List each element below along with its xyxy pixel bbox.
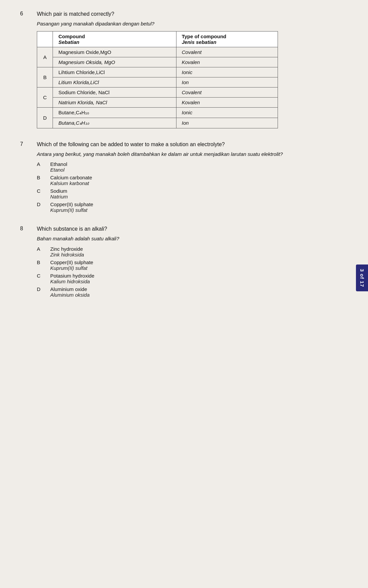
- question-number-6: 6: [20, 10, 30, 17]
- table-row-letter-C: C: [37, 87, 53, 107]
- question-6: 6Which pair is matched correctly?Pasanga…: [20, 10, 348, 128]
- answer-texts-7-B: Calcium carbonateKalsium karbonat: [50, 175, 92, 186]
- table-compound-ms-B: Litium Klorida,LiCl: [53, 77, 176, 87]
- answer-en-7-C: Sodium: [50, 188, 68, 194]
- table-header-blank: [37, 31, 53, 47]
- answer-en-7-A: Ethanol: [50, 161, 67, 167]
- answer-texts-8-B: Copper(II) sulphateKuprum(II) sulfat: [50, 259, 93, 271]
- answer-en-8-B: Copper(II) sulphate: [50, 259, 93, 265]
- answer-option-8-A: AZinc hydroxideZink hidroksida: [37, 246, 348, 257]
- question-7-text-en: Which of the following can be added to w…: [37, 140, 225, 149]
- answer-texts-7-A: EthanolEtanol: [50, 161, 67, 173]
- answer-ms-7-A: Etanol: [50, 167, 67, 173]
- table-header-type: Type of compoundJenis sebatian: [176, 31, 278, 47]
- table-compound-en-A: Magnesium Oxide,MgO: [53, 47, 176, 57]
- table-type-ms-B: Ion: [176, 77, 278, 87]
- answer-option-8-C: CPotasium hydroxideKalium hidroksida: [37, 273, 348, 284]
- answer-ms-8-C: Kalium hidroksida: [50, 279, 94, 284]
- question-number-8: 8: [20, 225, 30, 232]
- answer-letter-7-A: A: [37, 161, 45, 167]
- answer-letter-8-B: B: [37, 259, 45, 265]
- answer-letter-8-D: D: [37, 286, 45, 292]
- table-type-en-C: Covalent: [176, 87, 278, 97]
- table-type-en-B: Ionic: [176, 67, 278, 77]
- answer-letter-7-D: D: [37, 201, 45, 207]
- answer-texts-8-D: Aluminium oxideAluminium oksida: [50, 286, 90, 298]
- answer-ms-8-D: Aluminium oksida: [50, 292, 90, 298]
- question-number-7: 7: [20, 140, 30, 147]
- table-compound-ms-C: Natrium Klorida, NaCl: [53, 97, 176, 107]
- answer-en-8-C: Potasium hydroxide: [50, 273, 94, 279]
- table-type-en-A: Covalent: [176, 47, 278, 57]
- question-6-text-en: Which pair is matched correctly?: [37, 10, 114, 18]
- question-6-row: 6Which pair is matched correctly?: [20, 10, 348, 18]
- answer-ms-8-B: Kuprum(II) sulfat: [50, 265, 93, 271]
- table-type-ms-C: Kovalen: [176, 97, 278, 107]
- answer-texts-8-A: Zinc hydroxideZink hidroksida: [50, 246, 84, 257]
- page-badge-text: 3 of 17: [359, 269, 365, 287]
- answer-letter-8-A: A: [37, 246, 45, 252]
- answer-ms-7-C: Natrium: [50, 194, 68, 199]
- question-6-text-ms: Pasangan yang manakah dipadankan dengan …: [37, 20, 348, 28]
- answer-letter-7-B: B: [37, 175, 45, 180]
- question-8-row: 8Which substance is an alkali?: [20, 225, 348, 233]
- answer-letter-8-C: C: [37, 273, 45, 279]
- answer-option-8-B: BCopper(II) sulphateKuprum(II) sulfat: [37, 259, 348, 271]
- answer-en-7-B: Calcium carbonate: [50, 175, 92, 180]
- answer-letter-7-C: C: [37, 188, 45, 194]
- table-row-letter-A: A: [37, 47, 53, 67]
- table-type-en-D: Ionic: [176, 107, 278, 118]
- question-6-table-wrapper: CompoundSebatianType of compoundJenis se…: [37, 31, 348, 128]
- compound-table-6: CompoundSebatianType of compoundJenis se…: [37, 31, 278, 128]
- answer-texts-7-D: Copper(II) sulphateKuprum(II) sulfat: [50, 201, 93, 213]
- answer-en-7-D: Copper(II) sulphate: [50, 201, 93, 207]
- page-badge: 3 of 17: [356, 264, 368, 291]
- question-7-options: AEthanolEtanolBCalcium carbonateKalsium …: [37, 161, 348, 213]
- table-type-ms-A: Kovalen: [176, 57, 278, 67]
- question-8-text-ms: Bahan manakah adalah suatu alkali?: [37, 235, 348, 243]
- question-7: 7Which of the following can be added to …: [20, 140, 348, 213]
- table-type-ms-D: Ion: [176, 118, 278, 128]
- table-compound-ms-A: Magnesium Oksida, MgO: [53, 57, 176, 67]
- answer-texts-7-C: SodiumNatrium: [50, 188, 68, 199]
- answer-option-7-C: CSodiumNatrium: [37, 188, 348, 199]
- table-row-letter-B: B: [37, 67, 53, 87]
- question-8-text-en: Which substance is an alkali?: [37, 225, 107, 233]
- table-compound-ms-D: Butana,C₄H₁₀: [53, 118, 176, 128]
- table-compound-en-C: Sodium Chloride, NaCl: [53, 87, 176, 97]
- answer-ms-8-A: Zink hidroksida: [50, 252, 84, 257]
- answer-option-7-B: BCalcium carbonateKalsium karbonat: [37, 175, 348, 186]
- answer-en-8-A: Zinc hydroxide: [50, 246, 84, 252]
- question-7-row: 7Which of the following can be added to …: [20, 140, 348, 149]
- answer-option-7-D: DCopper(II) sulphateKuprum(II) sulfat: [37, 201, 348, 213]
- answer-ms-7-B: Kalsium karbonat: [50, 180, 92, 186]
- answer-texts-8-C: Potasium hydroxideKalium hidroksida: [50, 273, 94, 284]
- question-7-text-ms: Antara yang berikut, yang manakah boleh …: [37, 151, 348, 158]
- answer-en-8-D: Aluminium oxide: [50, 286, 90, 292]
- answer-option-8-D: DAluminium oxideAluminium oksida: [37, 286, 348, 298]
- answer-ms-7-D: Kuprum(II) sulfat: [50, 207, 93, 213]
- question-8: 8Which substance is an alkali?Bahan mana…: [20, 225, 348, 298]
- question-8-options: AZinc hydroxideZink hidroksidaBCopper(II…: [37, 246, 348, 298]
- table-header-compound: CompoundSebatian: [53, 31, 176, 47]
- table-compound-en-D: Butane,C₄H₁₀: [53, 107, 176, 118]
- table-row-letter-D: D: [37, 107, 53, 128]
- answer-option-7-A: AEthanolEtanol: [37, 161, 348, 173]
- table-compound-en-B: Lihtium Chloride,LiCl: [53, 67, 176, 77]
